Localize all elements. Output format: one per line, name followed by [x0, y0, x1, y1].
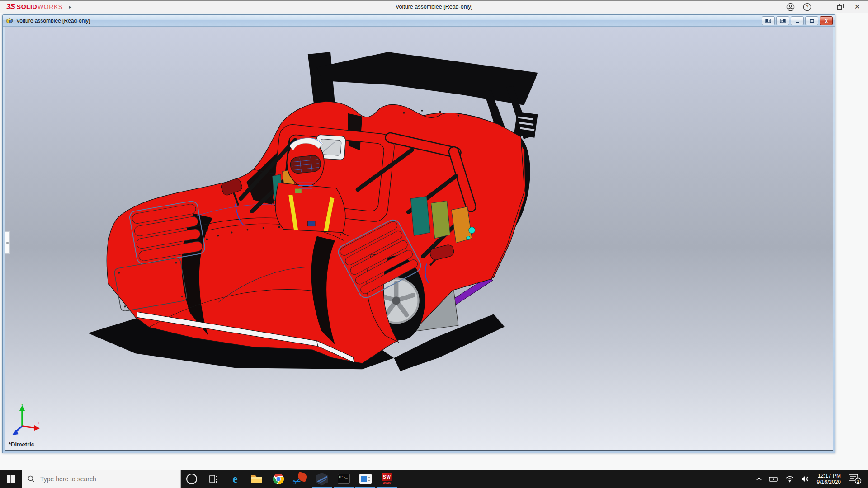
battery-charging-icon — [769, 475, 779, 483]
search-icon — [28, 475, 35, 483]
orientation-triad: Y x — [11, 403, 43, 439]
blue-window-app-button[interactable] — [354, 470, 376, 488]
system-tray: 12:17 PM 9/16/2020 1 — [752, 470, 868, 488]
svg-text:Y: Y — [21, 403, 24, 407]
splitter-grip-icon — [6, 242, 9, 244]
document-titlebar[interactable]: Voiture assomblee [Read-only] — [3, 15, 835, 27]
split-pane-right-button[interactable] — [776, 16, 789, 25]
doc-minimize-button[interactable] — [791, 16, 804, 25]
file-explorer-icon — [251, 474, 263, 484]
start-button[interactable] — [0, 470, 22, 488]
svg-text:?: ? — [806, 5, 808, 9]
svg-text:1: 1 — [857, 479, 859, 483]
hexagon-app-button[interactable] — [311, 470, 333, 488]
split-right-icon — [780, 19, 786, 23]
split-left-icon — [765, 19, 771, 23]
chevron-up-icon — [755, 475, 763, 483]
document-window: Voiture assomblee [Read-only] — [2, 14, 835, 453]
restore-icon — [838, 5, 843, 9]
solidworks-app-button[interactable]: SW 2020 — [376, 470, 398, 488]
clock-time: 12:17 PM — [818, 473, 841, 479]
graphics-area[interactable]: Y x *Dimetric — [5, 27, 833, 451]
minimize-button[interactable]: – — [817, 1, 830, 12]
solidworks-app-icon: SW 2020 — [382, 473, 392, 485]
app-titlebar[interactable]: 3S SOLID WORKS ▸ Voiture assomblee [Read… — [0, 0, 868, 13]
action-center-icon: 1 — [848, 473, 862, 485]
chrome-button[interactable] — [268, 470, 289, 488]
volume-status[interactable] — [797, 470, 813, 488]
split-pane-left-button[interactable] — [762, 16, 775, 25]
doc-minimize-icon — [795, 19, 800, 23]
clock-date: 9/16/2020 — [817, 479, 841, 485]
show-desktop-button[interactable] — [865, 470, 868, 488]
taskbar-clock[interactable]: 12:17 PM 9/16/2020 — [813, 470, 845, 488]
edge-icon: e — [232, 473, 237, 485]
edge-button[interactable]: e — [224, 470, 246, 488]
wifi-icon — [785, 475, 794, 483]
command-prompt-icon: C:\_ — [338, 474, 350, 484]
tray-overflow-button[interactable] — [752, 470, 766, 488]
panel-splitter-tab[interactable] — [5, 231, 10, 254]
restore-button[interactable] — [834, 1, 847, 12]
doc-restore-button[interactable] — [805, 16, 818, 25]
action-center-button[interactable]: 1 — [845, 470, 865, 488]
doc-close-button[interactable]: x — [820, 16, 833, 25]
3d-model-render[interactable] — [5, 27, 833, 450]
document-title: Voiture assomblee [Read-only] — [16, 18, 90, 24]
blue-window-app-icon — [359, 474, 372, 484]
wifi-status[interactable] — [782, 470, 797, 488]
task-view-button[interactable] — [203, 470, 224, 488]
windows-logo-icon — [7, 475, 15, 483]
cortana-button[interactable] — [181, 470, 203, 488]
capture-app-icon: ✂ — [294, 473, 307, 485]
task-view-icon — [208, 474, 219, 484]
search-input[interactable] — [39, 475, 159, 483]
app-title: Voiture assomblee [Read-only] — [0, 1, 868, 13]
chrome-icon — [273, 473, 284, 485]
hexagon-app-icon — [316, 473, 328, 486]
command-prompt-button[interactable]: C:\_ — [333, 470, 354, 488]
cortana-icon — [186, 474, 197, 484]
view-orientation-label: *Dimetric — [9, 441, 34, 448]
account-icon — [786, 3, 795, 11]
svg-text:x: x — [38, 421, 40, 425]
account-button[interactable] — [784, 1, 797, 12]
taskbar: e ✂ C:\_ SW 2020 — [0, 470, 868, 488]
close-button[interactable]: ✕ — [851, 1, 863, 12]
file-explorer-button[interactable] — [246, 470, 268, 488]
battery-status[interactable] — [766, 470, 782, 488]
assembly-icon — [6, 17, 14, 24]
speaker-icon — [801, 475, 810, 483]
help-icon: ? — [803, 3, 811, 11]
doc-restore-icon — [809, 19, 815, 23]
help-button[interactable]: ? — [801, 1, 813, 12]
taskbar-search[interactable] — [22, 470, 181, 488]
capture-app-button[interactable]: ✂ — [289, 470, 311, 488]
